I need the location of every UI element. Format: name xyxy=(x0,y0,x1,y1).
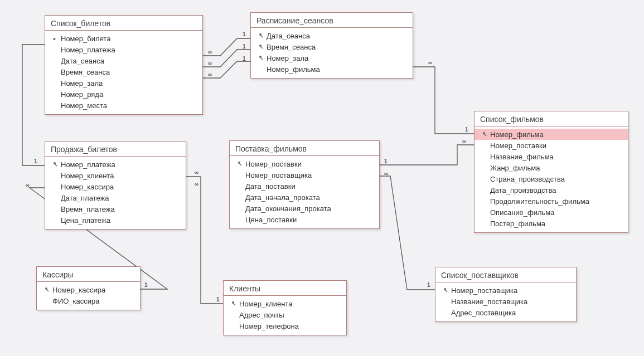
entity-supply[interactable]: Поставка_фильмов Номер_поставки Номер_по… xyxy=(229,140,380,229)
table-row[interactable]: Дата_поставки xyxy=(230,181,379,192)
table-row[interactable]: Номер_зала xyxy=(251,52,413,64)
key-icon xyxy=(229,300,239,307)
field-label: Название_фильма xyxy=(490,153,622,161)
table-row[interactable]: Время_сеанса xyxy=(251,41,413,52)
field-label: Номер_фильма xyxy=(267,65,407,74)
rel-one: 1 xyxy=(427,282,431,288)
field-label: Номер_платежа xyxy=(61,160,180,169)
table-row[interactable]: Время_платежа xyxy=(45,203,186,214)
field-label: Цена_поставки xyxy=(245,216,374,224)
field-list: Номер_билета Номер_платежа Дата_сеанса В… xyxy=(45,31,202,114)
rel-one: 1 xyxy=(33,158,38,164)
table-row[interactable]: Дата_начала_проката xyxy=(230,192,379,203)
entity-title: Продажа_билетов xyxy=(45,142,186,157)
field-label: Страна_производства xyxy=(490,175,622,183)
table-row[interactable]: Дата_окончания_проката xyxy=(230,203,379,214)
field-label: Адрес_почты xyxy=(239,311,341,319)
field-label: Продолжительность_фильма xyxy=(490,197,622,206)
table-row[interactable]: Продолжительность_фильма xyxy=(474,196,628,207)
rel-one: 1 xyxy=(464,126,469,133)
entity-cashiers[interactable]: Кассиры Номер_кассира ФИО_кассира xyxy=(36,266,141,310)
entity-title: Список_фильмов xyxy=(474,111,628,126)
table-row[interactable]: Номер_поставки xyxy=(230,158,379,169)
svg-point-10 xyxy=(483,132,485,134)
field-label: Номер_поставки xyxy=(490,142,622,150)
field-label: Номер_места xyxy=(61,101,197,110)
rel-many: ∞ xyxy=(207,71,212,77)
table-row[interactable]: Номер_билета xyxy=(45,33,202,44)
table-row[interactable]: Номер_поставщика xyxy=(435,285,576,296)
table-row[interactable]: Дата_сеанса xyxy=(45,55,202,66)
table-row[interactable]: Номер_кассира xyxy=(45,181,186,192)
key-icon xyxy=(235,160,245,167)
field-label: Дата_сеанса xyxy=(267,32,407,40)
entity-title: Кассиры xyxy=(37,267,140,282)
field-label: Номер_клиента xyxy=(239,300,341,308)
table-row[interactable]: Цена_платежа xyxy=(45,214,186,226)
svg-rect-5 xyxy=(260,57,263,60)
table-row[interactable]: Номер_места xyxy=(45,100,202,111)
table-row[interactable]: Страна_производства xyxy=(474,173,628,184)
table-row[interactable]: Дата_сеанса xyxy=(251,30,413,41)
rel-many: ∞ xyxy=(384,170,389,177)
field-label: Номер_кассира xyxy=(61,183,180,191)
table-row[interactable]: Цена_поставки xyxy=(230,214,379,225)
table-row[interactable]: Номер_фильма xyxy=(251,64,413,75)
svg-rect-3 xyxy=(260,46,263,49)
field-label: Описание_фильма xyxy=(490,208,622,217)
table-row[interactable]: Адрес_почты xyxy=(224,309,346,320)
table-row[interactable]: Жанр_фильма xyxy=(474,162,628,173)
rel-many: ∞ xyxy=(194,181,199,187)
table-row[interactable]: Номер_платежа xyxy=(45,44,202,55)
table-row[interactable]: Номер_зала xyxy=(45,77,202,89)
entity-sales[interactable]: Продажа_билетов Номер_платежа Номер_клие… xyxy=(45,141,186,230)
table-row[interactable]: Описание_фильма xyxy=(474,207,628,218)
field-list: Номер_клиента Адрес_почты Номер_телефона xyxy=(224,296,346,335)
field-label: Номер_билета xyxy=(61,35,197,43)
table-row[interactable]: Дата_платежа xyxy=(45,192,186,203)
field-label: Дата_начала_проката xyxy=(245,193,374,202)
svg-point-6 xyxy=(54,162,56,164)
key-icon xyxy=(480,131,490,138)
table-row[interactable]: Номер_поставщика xyxy=(230,169,379,181)
field-label: Время_сеанса xyxy=(61,68,197,76)
field-label: Номер_кассира xyxy=(52,286,134,294)
table-row[interactable]: Номер_кассира xyxy=(37,284,140,295)
rel-many: ∞ xyxy=(194,169,199,175)
table-row[interactable]: Время_сеанса xyxy=(45,66,202,77)
key-icon xyxy=(256,55,267,61)
table-row-selected[interactable]: Номер_фильма xyxy=(474,129,628,140)
entity-clients[interactable]: Клиенты Номер_клиента Адрес_почты Номер_… xyxy=(223,280,347,335)
table-row[interactable]: Номер_телефона xyxy=(224,320,346,331)
rel-many: ∞ xyxy=(207,49,212,55)
field-label: Постер_фильма xyxy=(490,220,622,228)
table-row[interactable]: ФИО_кассира xyxy=(37,295,140,306)
field-label: Дата_окончания_проката xyxy=(245,204,374,213)
entity-title: Поставка_фильмов xyxy=(230,141,379,156)
field-label: Номер_ряда xyxy=(61,90,197,99)
svg-rect-13 xyxy=(46,289,49,292)
table-row[interactable]: Название_фильма xyxy=(474,151,628,162)
entity-films[interactable]: Список_фильмов Номер_фильма Номер_постав… xyxy=(474,111,628,233)
table-row[interactable]: Название_поставщика xyxy=(435,296,576,307)
svg-rect-9 xyxy=(239,163,242,166)
field-label: Номер_поставки xyxy=(245,160,374,168)
table-row[interactable]: Номер_платежа xyxy=(45,159,186,170)
field-label: Номер_телефона xyxy=(239,322,341,330)
field-label: Номер_зала xyxy=(267,54,407,62)
diagram-canvas[interactable]: 1 1 1 ∞ ∞ ∞ 1 ∞ 1 ∞ 1 ∞ 1 ∞ 1 ∞ 1 ∞ Спис… xyxy=(0,0,644,356)
rel-one: 1 xyxy=(144,282,148,288)
table-row[interactable]: Номер_клиента xyxy=(224,298,346,309)
table-row[interactable]: Постер_фильма xyxy=(474,218,628,229)
table-row[interactable]: Номер_клиента xyxy=(45,170,186,181)
entity-title: Список_билетов xyxy=(45,16,202,31)
table-row[interactable]: Номер_поставки xyxy=(474,140,628,151)
entity-schedule[interactable]: Расписание_сеансов Дата_сеанса Время_сеа… xyxy=(250,12,413,79)
entity-suppliers[interactable]: Список_поставщиков Номер_поставщика Назв… xyxy=(435,267,577,322)
entity-tickets[interactable]: Список_билетов Номер_билета Номер_платеж… xyxy=(45,15,203,115)
field-label: Номер_поставщика xyxy=(245,171,374,179)
table-row[interactable]: Номер_ряда xyxy=(45,89,202,100)
table-row[interactable]: Адрес_поставщика xyxy=(435,307,576,318)
table-row[interactable]: Дата_производства xyxy=(474,184,628,196)
field-label: Дата_производства xyxy=(490,186,622,194)
